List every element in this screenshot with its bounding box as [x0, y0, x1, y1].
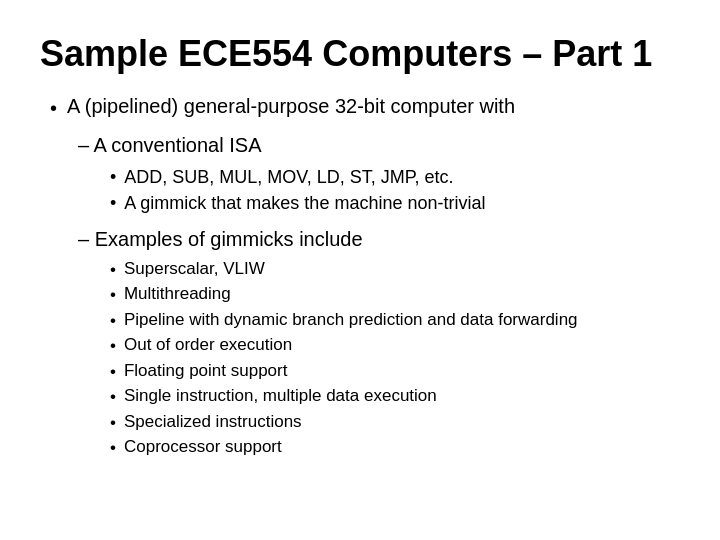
gimmick-marker-1: •	[110, 283, 116, 306]
gimmick-item-7: • Coprocessor support	[110, 435, 680, 459]
gimmick-item-4: • Floating point support	[110, 359, 680, 383]
gimmick-marker-0: •	[110, 258, 116, 281]
l1-bullet-item: • A (pipelined) general-purpose 32-bit c…	[50, 93, 680, 122]
sub1-b2-marker: •	[110, 191, 116, 215]
sub2-label: – Examples of gimmicks include	[78, 226, 363, 253]
dash-examples-label: – Examples of gimmicks include	[78, 226, 680, 253]
gimmick-text-3: Out of order execution	[124, 333, 292, 356]
content-area: • A (pipelined) general-purpose 32-bit c…	[40, 93, 680, 460]
gimmick-text-7: Coprocessor support	[124, 435, 282, 458]
gimmick-item-0: • Superscalar, VLIW	[110, 257, 680, 281]
gimmick-marker-6: •	[110, 411, 116, 434]
gimmicks-list: • Superscalar, VLIW • Multithreading • P…	[78, 257, 680, 460]
gimmick-text-5: Single instruction, multiple data execut…	[124, 384, 437, 407]
gimmick-text-1: Multithreading	[124, 282, 231, 305]
sub1-label: – A conventional ISA	[78, 132, 261, 159]
sub-section-1: – A conventional ISA • ADD, SUB, MUL, MO…	[50, 132, 680, 218]
sub1-b1-marker: •	[110, 165, 116, 189]
sub-section-2: – Examples of gimmicks include • Supersc…	[50, 226, 680, 461]
l1-bullet-text: A (pipelined) general-purpose 32-bit com…	[67, 93, 515, 120]
gimmick-item-3: • Out of order execution	[110, 333, 680, 357]
gimmick-marker-2: •	[110, 309, 116, 332]
gimmick-marker-3: •	[110, 334, 116, 357]
gimmick-item-2: • Pipeline with dynamic branch predictio…	[110, 308, 680, 332]
gimmick-item-1: • Multithreading	[110, 282, 680, 306]
sub1-bullet-2: • A gimmick that makes the machine non-t…	[78, 191, 680, 215]
gimmick-text-4: Floating point support	[124, 359, 288, 382]
slide: Sample ECE554 Computers – Part 1 • A (pi…	[0, 0, 720, 540]
l1-bullet-marker: •	[50, 95, 57, 122]
sub1-b2-text: A gimmick that makes the machine non-tri…	[124, 191, 485, 215]
gimmick-marker-5: •	[110, 385, 116, 408]
sub1-b1-text: ADD, SUB, MUL, MOV, LD, ST, JMP, etc.	[124, 165, 453, 189]
slide-title: Sample ECE554 Computers – Part 1	[40, 32, 680, 75]
gimmick-item-6: • Specialized instructions	[110, 410, 680, 434]
gimmick-item-5: • Single instruction, multiple data exec…	[110, 384, 680, 408]
gimmick-text-0: Superscalar, VLIW	[124, 257, 265, 280]
gimmick-marker-7: •	[110, 436, 116, 459]
gimmick-text-6: Specialized instructions	[124, 410, 302, 433]
gimmick-text-2: Pipeline with dynamic branch prediction …	[124, 308, 578, 331]
dash-item-1: – A conventional ISA	[78, 132, 680, 159]
sub1-bullet-1: • ADD, SUB, MUL, MOV, LD, ST, JMP, etc.	[78, 165, 680, 189]
gimmick-marker-4: •	[110, 360, 116, 383]
